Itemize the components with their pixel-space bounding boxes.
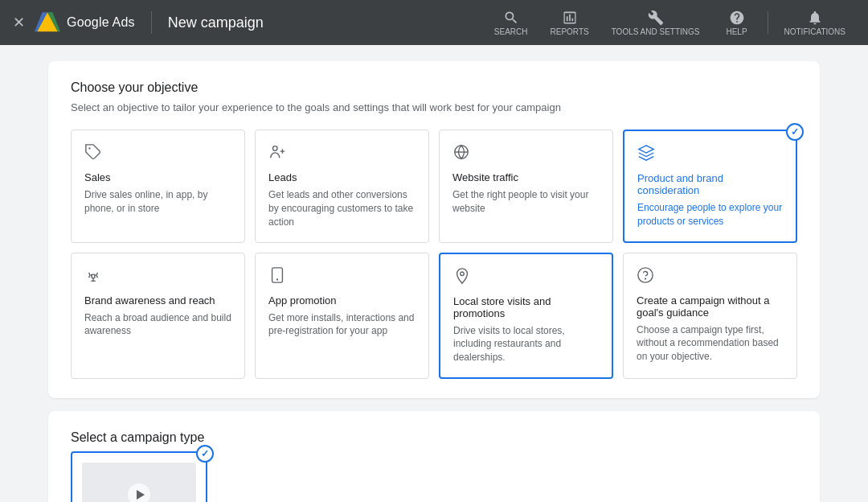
- sales-title: Sales: [84, 171, 231, 183]
- sales-icon: [84, 143, 231, 163]
- nav-tool-divider: [768, 11, 768, 34]
- leads-icon: [268, 143, 416, 163]
- local-store-desc: Drive visits to local stores, including …: [453, 324, 599, 364]
- nav-tools-button[interactable]: TOOLS AND SETTINGS: [602, 6, 710, 39]
- campaign-type-grid: Video Reach and engage viewers on YouTub…: [71, 451, 797, 502]
- video-check-badge: [196, 445, 214, 463]
- objective-card-website-traffic[interactable]: Website traffic Get the right people to …: [439, 130, 613, 243]
- nav-notifications-button[interactable]: NOTIFICATIONS: [775, 6, 855, 39]
- svg-point-4: [273, 146, 278, 151]
- nav-help-button[interactable]: HELP: [713, 6, 761, 39]
- website-traffic-desc: Get the right people to visit your websi…: [452, 188, 600, 216]
- objective-section: Choose your objective Select an objectiv…: [48, 61, 820, 398]
- page-title: New campaign: [168, 14, 264, 31]
- video-thumbnail: [82, 463, 196, 502]
- objective-card-sales[interactable]: Sales Drive sales online, in app, by pho…: [71, 130, 245, 243]
- nav-logo: Google Ads: [35, 10, 135, 35]
- objectives-grid: Sales Drive sales online, in app, by pho…: [71, 130, 797, 379]
- brand-awareness-desc: Reach a broad audience and build awarene…: [84, 311, 231, 339]
- svg-point-13: [638, 267, 653, 282]
- app-promotion-desc: Get more installs, interactions and pre-…: [268, 311, 416, 339]
- app-promotion-title: App promotion: [268, 294, 416, 307]
- nav-reports-button[interactable]: REPORTS: [541, 6, 599, 39]
- website-traffic-title: Website traffic: [452, 171, 600, 183]
- close-button[interactable]: ✕: [13, 14, 25, 31]
- campaign-type-section: Select a campaign type Video Reach and e…: [48, 411, 820, 502]
- top-nav: ✕ Google Ads New campaign SEARCH REPORTS…: [0, 0, 868, 45]
- search-icon: [503, 10, 519, 26]
- main-content: Choose your objective Select an objectiv…: [0, 45, 868, 502]
- website-traffic-icon: [452, 143, 600, 163]
- help-icon: [729, 10, 745, 26]
- objective-card-brand-awareness[interactable]: Brand awareness and reach Reach a broad …: [71, 253, 245, 379]
- svg-rect-7: [92, 274, 95, 278]
- brand-name: Google Ads: [67, 15, 135, 30]
- product-brand-title: Product and brand consideration: [637, 172, 783, 196]
- campaign-type-card-video[interactable]: Video Reach and engage viewers on YouTub…: [71, 451, 207, 502]
- nav-tools: SEARCH REPORTS TOOLS AND SETTINGS HELP N…: [485, 6, 855, 39]
- brand-awareness-icon: [84, 266, 231, 286]
- selected-check-badge: [786, 123, 804, 141]
- no-goal-desc: Choose a campaign type first, without a …: [637, 323, 784, 364]
- objective-card-app-promotion[interactable]: App promotion Get more installs, interac…: [255, 253, 429, 379]
- nav-search-button[interactable]: SEARCH: [485, 6, 538, 39]
- brand-awareness-title: Brand awareness and reach: [84, 294, 231, 307]
- product-brand-desc: Encourage people to explore your product…: [637, 201, 783, 228]
- objective-section-subtitle: Select an objective to tailor your exper…: [71, 101, 797, 113]
- tools-icon: [648, 10, 664, 26]
- nav-divider: [151, 11, 152, 34]
- objective-card-product-brand[interactable]: Product and brand consideration Encourag…: [623, 130, 797, 243]
- notifications-icon: [807, 10, 823, 26]
- google-ads-logo-icon: [35, 10, 60, 35]
- no-goal-icon: [637, 266, 784, 286]
- no-goal-title: Create a campaign without a goal's guida…: [637, 294, 784, 319]
- app-promotion-icon: [268, 266, 416, 286]
- objective-section-title: Choose your objective: [71, 80, 797, 95]
- campaign-type-title: Select a campaign type: [71, 430, 797, 445]
- svg-point-12: [461, 272, 465, 276]
- objective-card-no-goal[interactable]: Create a campaign without a goal's guida…: [623, 253, 797, 379]
- local-store-icon: [453, 267, 599, 287]
- leads-title: Leads: [268, 171, 416, 183]
- objective-card-local-store[interactable]: Local store visits and promotions Drive …: [439, 253, 613, 379]
- product-brand-icon: [637, 144, 783, 164]
- reports-icon: [562, 10, 578, 26]
- sales-desc: Drive sales online, in app, by phone, or…: [84, 188, 231, 216]
- local-store-title: Local store visits and promotions: [453, 295, 599, 319]
- play-button-icon: [128, 483, 150, 502]
- leads-desc: Get leads and other conversions by encou…: [268, 188, 416, 228]
- objective-card-leads[interactable]: Leads Get leads and other conversions by…: [255, 130, 429, 243]
